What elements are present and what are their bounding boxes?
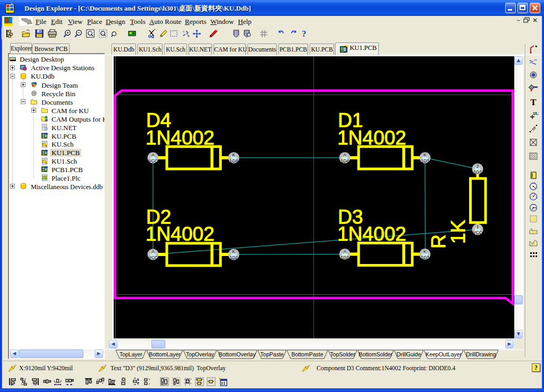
svg-text:BottomPaste: BottomPaste bbox=[291, 351, 323, 357]
svg-text:DrillGuide: DrillGuide bbox=[396, 351, 421, 357]
svg-text:A: A bbox=[151, 249, 155, 254]
svg-text:1D4: 1D4 bbox=[230, 158, 238, 164]
svg-text:K: K bbox=[232, 152, 235, 158]
svg-text:1D3: 1D3 bbox=[421, 255, 429, 260]
svg-text:1D3: 1D3 bbox=[421, 158, 429, 164]
svg-text:K: K bbox=[423, 152, 427, 158]
svg-text:K: K bbox=[423, 249, 427, 254]
svg-text:VCC: VCC bbox=[148, 255, 158, 260]
svg-text:A: A bbox=[151, 152, 155, 158]
svg-text:1N4002: 1N4002 bbox=[146, 223, 215, 245]
svg-text:TopOverlay: TopOverlay bbox=[186, 351, 215, 357]
svg-text:VCC: VCC bbox=[148, 158, 158, 164]
svg-text:T: T bbox=[530, 97, 537, 107]
svg-text:KeepOutLayer: KeepOutLayer bbox=[426, 351, 462, 357]
svg-text:R: R bbox=[428, 234, 449, 249]
svg-text:1D3: 1D3 bbox=[473, 169, 482, 175]
svg-text:10,10: 10,10 bbox=[533, 112, 539, 116]
svg-text:K: K bbox=[232, 249, 235, 254]
svg-text:BottomLayer: BottomLayer bbox=[149, 351, 181, 357]
svg-text:10: 10 bbox=[531, 126, 537, 131]
svg-text:1N4002: 1N4002 bbox=[146, 127, 215, 149]
svg-text:1D2: 1D2 bbox=[341, 255, 349, 260]
svg-text:BottomOverlay: BottomOverlay bbox=[219, 351, 256, 357]
svg-text:DrillDrawing: DrillDrawing bbox=[466, 351, 496, 357]
svg-text:TopPaste: TopPaste bbox=[260, 351, 284, 357]
svg-text:TopLayer: TopLayer bbox=[120, 351, 143, 357]
svg-text:1: 1 bbox=[476, 224, 479, 229]
svg-text:1K: 1K bbox=[447, 219, 469, 244]
svg-text:TopSolder: TopSolder bbox=[330, 351, 355, 357]
svg-text:A: A bbox=[343, 152, 346, 158]
svg-text:2: 2 bbox=[476, 164, 479, 169]
svg-text:BottomSolder: BottomSolder bbox=[359, 351, 393, 357]
svg-text:VCC: VCC bbox=[473, 230, 482, 235]
svg-text:1N4002: 1N4002 bbox=[337, 223, 406, 245]
svg-text:1D2: 1D2 bbox=[230, 255, 238, 260]
svg-text:1D4: 1D4 bbox=[341, 158, 349, 164]
svg-text:A: A bbox=[343, 249, 346, 254]
svg-text:1N4002: 1N4002 bbox=[337, 127, 406, 149]
